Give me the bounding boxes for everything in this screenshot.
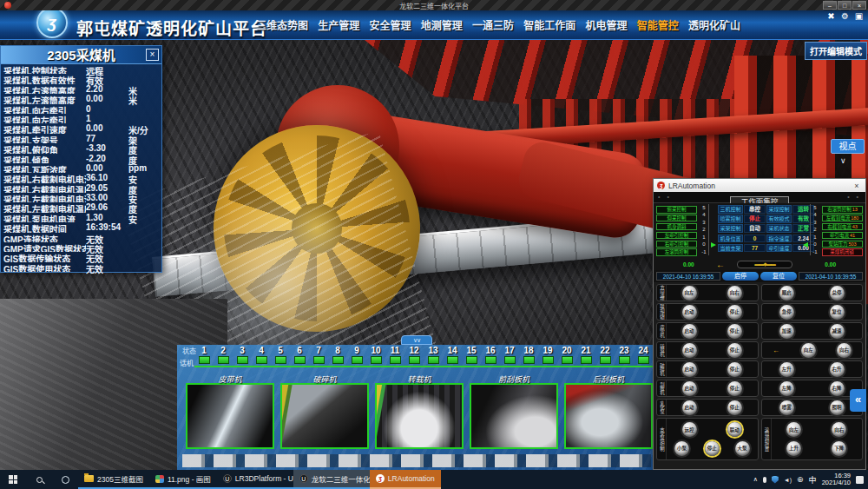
channel-indicator[interactable]: 15 <box>462 346 481 373</box>
control-button[interactable]: 左截割电流180 <box>822 215 863 222</box>
channel-indicator[interactable]: 1 <box>194 346 214 373</box>
menu-item[interactable]: 透明化矿山 <box>688 17 740 32</box>
control-button[interactable]: 左牵引控制 <box>656 232 697 240</box>
control-button[interactable]: 右滚筒控制13 <box>822 206 863 214</box>
minimize-button[interactable]: – <box>823 1 837 10</box>
dock-collapse-button[interactable]: ∨∨ <box>401 335 432 345</box>
round-control-button[interactable]: 向右 <box>837 343 852 358</box>
round-control-button[interactable]: 复位 <box>830 305 845 320</box>
settings-gear-icon[interactable]: ⚙ <box>839 11 851 21</box>
round-control-button[interactable]: 总停 <box>830 286 845 301</box>
round-control-button[interactable]: 右升 <box>830 362 845 377</box>
task-lrautomation[interactable]: ʒ LRAutomation <box>370 470 441 489</box>
round-control-button[interactable]: 下降 <box>832 441 846 456</box>
round-control-button[interactable]: 停止 <box>727 305 742 320</box>
round-control-button[interactable]: 启动 <box>682 362 697 377</box>
channel-indicator[interactable]: 18 <box>519 346 538 373</box>
camera-thumbnail[interactable] <box>375 383 464 449</box>
round-control-button[interactable]: 大泵 <box>735 441 750 456</box>
round-control-button[interactable]: 停止 <box>727 324 742 339</box>
menu-item[interactable]: 生产管理 <box>318 17 359 32</box>
viewpoint-button[interactable]: 视点 <box>831 139 865 154</box>
task-longruan-platform[interactable]: U 龙软二三维一体化... <box>293 470 370 489</box>
channel-indicator[interactable]: 8 <box>328 346 347 373</box>
clock[interactable]: 16:39 2021/4/10 <box>822 472 851 487</box>
channel-indicator[interactable]: 6 <box>290 346 309 373</box>
round-control-button[interactable]: 加速 <box>779 324 794 339</box>
layout-icon[interactable]: ▣ <box>853 11 865 21</box>
control-button[interactable]: 牵引电流41 <box>822 232 863 240</box>
channel-indicator[interactable]: 13 <box>424 346 443 373</box>
close-icon[interactable]: × <box>852 182 862 190</box>
round-control-button[interactable]: 急停 <box>779 305 794 320</box>
round-control-button[interactable]: 停止 <box>705 441 720 456</box>
channel-indicator[interactable]: 23 <box>615 346 634 373</box>
control-button[interactable]: 右截割电流43 <box>822 223 863 231</box>
round-control-button[interactable]: 停止 <box>727 381 742 396</box>
round-control-button[interactable]: 上升 <box>786 441 801 456</box>
camera-thumbnail[interactable] <box>564 383 653 449</box>
chevron-down-icon[interactable]: ∨ <box>840 156 846 165</box>
task-paint[interactable]: 11.png - 画图 <box>149 470 217 489</box>
notification-icon[interactable] <box>856 476 864 484</box>
round-control-button[interactable]: 远控 <box>682 422 697 437</box>
control-button[interactable]: 俯采控制 <box>656 206 697 214</box>
search-button[interactable] <box>26 470 52 489</box>
start-button[interactable] <box>0 470 26 489</box>
channel-indicator[interactable]: 7 <box>309 346 328 373</box>
round-control-button[interactable]: 喷雾 <box>779 400 794 415</box>
ime-indicator[interactable]: 中 <box>809 474 817 486</box>
round-control-button[interactable]: 启动 <box>682 343 697 358</box>
round-control-button[interactable]: 向左 <box>801 343 816 358</box>
collapse-panel-button[interactable]: « <box>850 389 866 412</box>
channel-indicator[interactable]: 14 <box>443 346 462 373</box>
round-control-button[interactable]: 停止 <box>727 362 742 377</box>
round-control-button[interactable]: 向左 <box>786 422 801 437</box>
menu-item[interactable]: 一通三防 <box>472 17 514 32</box>
channel-indicator[interactable]: 24 <box>634 346 653 373</box>
menu-item[interactable]: 安全管理 <box>369 17 411 32</box>
open-edit-mode-button[interactable]: 打开编辑模式 <box>805 42 867 60</box>
reset-button[interactable]: 复位 <box>760 272 797 281</box>
menu-item[interactable]: 三维态势图 <box>256 17 308 32</box>
close-icon[interactable]: × <box>146 49 159 61</box>
round-control-button[interactable]: 启动 <box>682 305 697 320</box>
round-control-button[interactable]: 停止 <box>727 400 742 415</box>
channel-indicator[interactable]: 4 <box>252 346 271 373</box>
security-shield-icon[interactable] <box>772 476 779 484</box>
round-control-button[interactable]: 小泵 <box>674 441 689 456</box>
network-icon[interactable]: ⊕ <box>797 476 804 484</box>
round-control-button[interactable]: 左升 <box>779 362 794 377</box>
speaker-icon[interactable]: ◄) <box>784 477 792 483</box>
maximize-button[interactable]: □ <box>838 1 852 10</box>
round-control-button[interactable]: 启动 <box>682 381 697 396</box>
round-control-button[interactable]: 停止 <box>727 343 742 358</box>
channel-indicator[interactable]: 17 <box>500 346 519 373</box>
round-control-button[interactable]: 右降 <box>830 381 845 396</box>
round-control-button[interactable]: 减速 <box>830 324 845 339</box>
channel-indicator[interactable]: 9 <box>347 346 366 373</box>
control-button[interactable]: 泵站压力503 <box>822 241 863 248</box>
round-control-button[interactable]: 向右 <box>832 422 846 437</box>
control-button[interactable]: 仰采控制 <box>656 215 697 222</box>
round-control-button[interactable]: 启动 <box>682 324 697 339</box>
channel-indicator[interactable]: 20 <box>557 346 576 373</box>
start-stop-button[interactable]: 启停 <box>722 272 759 281</box>
round-control-button[interactable]: 向右 <box>727 286 742 301</box>
control-button[interactable]: 采煤机闭锁 <box>822 248 863 256</box>
channel-indicator[interactable]: 12 <box>404 346 424 373</box>
menu-item[interactable]: 智能工作面 <box>523 17 575 32</box>
round-control-button[interactable]: 左降 <box>779 381 794 396</box>
menu-item[interactable]: 机电管理 <box>585 17 627 32</box>
camera-thumbnail[interactable] <box>470 383 558 449</box>
control-button[interactable]: 左滚筒控制 <box>656 248 697 256</box>
round-control-button[interactable]: 向左 <box>682 286 697 301</box>
cortana-button[interactable] <box>52 470 78 489</box>
control-button[interactable]: 机身调斜 <box>656 223 697 231</box>
menu-item[interactable]: 地测管理 <box>421 17 463 32</box>
channel-indicator[interactable]: 22 <box>595 346 615 373</box>
channel-indicator[interactable]: 2 <box>214 346 233 373</box>
channel-indicator[interactable]: 3 <box>233 346 252 373</box>
tools-icon[interactable]: ✖ <box>825 11 837 21</box>
close-button[interactable]: × <box>852 1 866 10</box>
